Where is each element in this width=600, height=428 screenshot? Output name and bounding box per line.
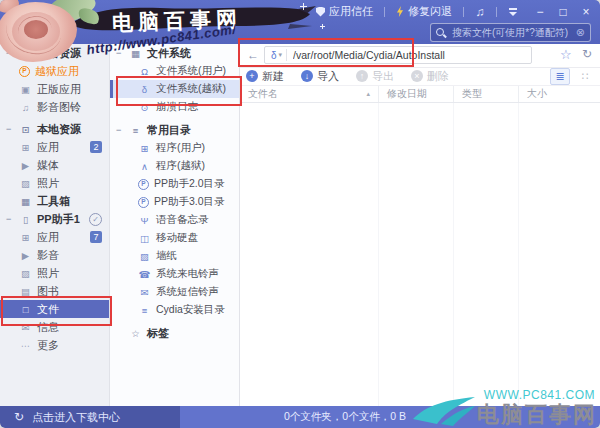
tree-item-cydia-install-dir-label: Cydia安装目录 <box>156 303 225 317</box>
sidebar-item-device-photos[interactable]: ▨照片 <box>0 264 109 282</box>
sidebar-item-device-pp1[interactable]: −▯PP助手1✓ <box>0 210 109 228</box>
sidebar-item-local-photos[interactable]: ▨照片 <box>0 174 109 192</box>
tree-item-fs-user[interactable]: Ω文件系统(用户) <box>110 62 239 80</box>
collapse-icon[interactable]: − <box>0 214 19 224</box>
device-connected-check-icon: ✓ <box>89 213 102 226</box>
close-button[interactable]: × <box>578 5 594 19</box>
address-bar[interactable]: δ ▾ /var/root/Media/Cydia/AutoInstall <box>264 46 532 64</box>
tree-item-tags[interactable]: ☆标签 <box>110 324 239 342</box>
sidebar-list: −◎网络资源P越狱应用▣正版应用♫影音图铃−⊡本地资源⊞应用2▶媒体▨照片▦工具… <box>0 44 109 354</box>
sidebar-item-device-files-label: 文件 <box>37 302 59 317</box>
toolbar-new-label: 新建 <box>262 69 284 84</box>
search-box[interactable]: ⊗ <box>430 23 591 42</box>
tree-item-file-system[interactable]: −▦文件系统 <box>110 44 239 62</box>
column-header-1[interactable]: 文件名▴ <box>240 86 378 102</box>
titlebar: 应用信任修复闪退♫−□× ⊗ <box>0 0 600 44</box>
tree-item-crash-logs[interactable]: ⊙崩溃日志 <box>110 98 239 116</box>
minimize-button[interactable]: − <box>532 5 548 19</box>
titlebar-app-trust-button[interactable]: 应用信任 <box>316 4 373 19</box>
sidebar-item-device-more-label: 更多 <box>37 338 59 353</box>
column-label: 类型 <box>462 87 482 101</box>
wallpaper-icon: ▨ <box>138 251 151 262</box>
collapse-icon[interactable]: − <box>0 48 19 58</box>
folder-grid-icon: ▦ <box>129 48 142 59</box>
tree-item-common-dirs[interactable]: −≡常用目录 <box>110 121 239 139</box>
tree-item-voice-memos[interactable]: Ψ语音备忘录 <box>110 211 239 229</box>
sidebar-item-device-apps[interactable]: ⊞应用7 <box>0 228 109 246</box>
download-center-button[interactable]: ↻ 点击进入下载中心 <box>0 406 180 428</box>
tree-item-pp3-dir[interactable]: PPP助手3.0目录 <box>110 193 239 211</box>
refresh-icon[interactable]: ↻ <box>582 47 592 61</box>
sidebar-item-device-books[interactable]: ▤图书 <box>0 282 109 300</box>
tree-item-pp2-dir-label: PP助手2.0目录 <box>154 177 225 191</box>
toolbar-import-button[interactable]: ↓导入 <box>301 69 339 84</box>
sidebar-item-device-pp1-label: PP助手1 <box>37 212 80 227</box>
address-path[interactable]: /var/root/Media/Cydia/AutoInstall <box>293 49 531 61</box>
collapse-icon[interactable]: − <box>110 48 129 58</box>
address-dropdown-caret[interactable]: ▾ <box>279 51 283 59</box>
tree-item-call-ringtones[interactable]: ☎系统来电铃声 <box>110 265 239 283</box>
clear-search-icon[interactable]: ⊗ <box>576 26 585 39</box>
grid-view-button[interactable]: ∷ <box>576 69 594 84</box>
tree-item-wallpapers[interactable]: ▨墙纸 <box>110 247 239 265</box>
key-icon: δ <box>271 50 277 61</box>
tree-item-fs-jailbreak-label: 文件系统(越狱) <box>156 82 226 96</box>
badge-count: 7 <box>90 231 102 243</box>
media-icon: ▶ <box>19 160 32 171</box>
titlebar-fix-crash-button[interactable]: 修复闪退 <box>396 4 452 19</box>
sidebar-item-device-files[interactable]: □文件 <box>0 300 109 318</box>
collapse-icon[interactable]: − <box>110 125 129 135</box>
import-icon: ↓ <box>301 70 313 82</box>
tree-item-pp2-dir[interactable]: PPP助手2.0目录 <box>110 175 239 193</box>
status-summary: 0个文件夹，0个文件，0 B <box>180 406 510 428</box>
column-label: 修改日期 <box>387 87 427 101</box>
toolbar-new-button[interactable]: +新建 <box>246 69 284 84</box>
toolbar-export-button: ↑导出 <box>356 69 394 84</box>
ringtone-icon: ☎ <box>138 269 151 280</box>
collapse-icon[interactable]: − <box>0 124 19 134</box>
sidebar-item-local-resources[interactable]: −⊡本地资源 <box>0 120 109 138</box>
pp-circle-icon: P <box>138 179 149 190</box>
program-jb-icon: ∧ <box>138 161 151 172</box>
tree-item-external-disk[interactable]: ◫移动硬盘 <box>110 229 239 247</box>
download-center-label: 点击进入下载中心 <box>32 410 120 425</box>
tree-item-programs-jailbreak[interactable]: ∧程序(越狱) <box>110 157 239 175</box>
sidebar-item-media-ringtones[interactable]: ♫影音图铃 <box>0 98 109 116</box>
tree-item-programs-user-label: 程序(用户) <box>156 141 205 155</box>
tree-item-sms-ringtones[interactable]: ✉系统短信铃声 <box>110 283 239 301</box>
media-icon: ▶ <box>19 250 32 261</box>
list-view-button[interactable]: ≣ <box>550 68 570 85</box>
sidebar-item-local-media[interactable]: ▶媒体 <box>0 156 109 174</box>
favorite-star-icon[interactable]: ☆ <box>560 47 572 62</box>
shield-icon <box>316 7 325 17</box>
sidebar-item-local-apps[interactable]: ⊞应用2 <box>0 138 109 156</box>
maximize-button[interactable]: □ <box>555 5 571 19</box>
titlebar-theme-button[interactable] <box>505 5 521 19</box>
sidebar-item-device-messages[interactable]: ✉信息 <box>0 318 109 336</box>
titlebar-separator <box>496 7 497 17</box>
tree-item-cydia-install-dir[interactable]: ≡Cydia安装目录 <box>110 301 239 319</box>
column-label: 大小 <box>527 87 547 101</box>
column-separator <box>453 103 454 406</box>
sidebar-item-device-media[interactable]: ▶影音 <box>0 246 109 264</box>
tree-item-fs-jailbreak[interactable]: δ文件系统(越狱) <box>110 80 239 98</box>
column-header-2[interactable]: 修改日期 <box>378 86 453 102</box>
sidebar-item-network-resources[interactable]: −◎网络资源 <box>0 44 109 62</box>
sidebar-item-genuine-apps[interactable]: ▣正版应用 <box>0 80 109 98</box>
tree-list: −▦文件系统Ω文件系统(用户)δ文件系统(越狱)⊙崩溃日志−≡常用目录⊞程序(用… <box>110 44 239 342</box>
tree-item-programs-user[interactable]: ⊞程序(用户) <box>110 139 239 157</box>
sms-tone-icon: ✉ <box>138 287 151 298</box>
sidebar-item-device-photos-label: 照片 <box>37 266 59 281</box>
column-header-4[interactable]: 大小 <box>518 86 600 102</box>
sidebar-item-local-resources-label: 本地资源 <box>37 122 81 137</box>
sidebar-item-device-more[interactable]: ⋯更多 <box>0 336 109 354</box>
view-toggles: ≣∷ <box>544 68 594 85</box>
status-bar: 0个文件夹，0个文件，0 B <box>180 406 600 428</box>
column-header-3[interactable]: 类型 <box>453 86 518 102</box>
message-icon: ✉ <box>19 322 32 333</box>
sidebar-item-toolbox[interactable]: ▦工具箱 <box>0 192 109 210</box>
sidebar-item-jailbreak-apps[interactable]: P越狱应用 <box>0 62 109 80</box>
search-input[interactable] <box>450 26 573 39</box>
titlebar-music-button[interactable]: ♫ <box>472 5 488 19</box>
back-button[interactable]: ← <box>245 47 261 63</box>
